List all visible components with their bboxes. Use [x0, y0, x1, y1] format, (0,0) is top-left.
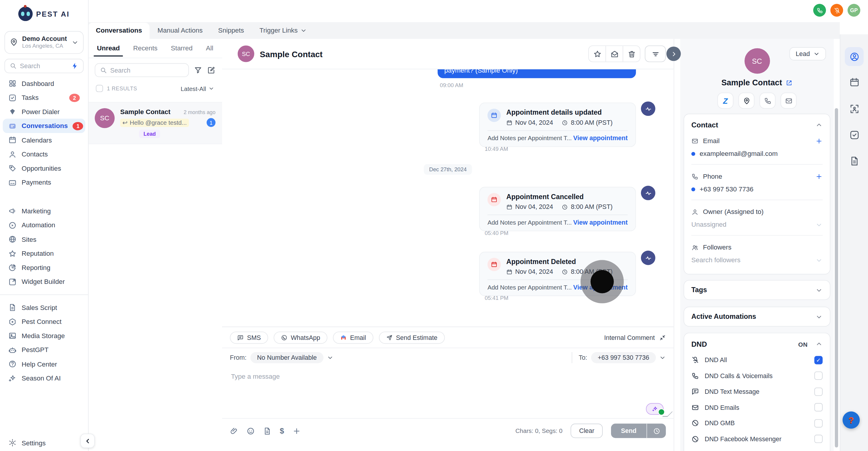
- collapse-section-button[interactable]: [815, 340, 823, 347]
- internal-comment-toggle[interactable]: Internal Comment: [604, 334, 666, 341]
- emoji-button[interactable]: [247, 427, 255, 435]
- clear-button[interactable]: Clear: [571, 424, 603, 438]
- channel-email[interactable]: Email: [333, 332, 373, 344]
- help-button[interactable]: ?: [842, 411, 860, 428]
- sidebar-item-calendars[interactable]: Calendars: [3, 133, 85, 147]
- tab-trigger-links[interactable]: Trigger Links: [252, 23, 315, 39]
- sidebar-item-sites[interactable]: Sites: [3, 232, 85, 247]
- notifications-button[interactable]: [830, 4, 843, 17]
- sidebar-item-marketing[interactable]: Marketing: [3, 204, 85, 218]
- dnd-fb-checkbox[interactable]: [814, 435, 823, 443]
- tab-unread[interactable]: Unread: [96, 40, 121, 57]
- sidebar-item-power-dialer[interactable]: Power Dialer: [3, 105, 85, 119]
- expand-section-button[interactable]: [815, 286, 823, 293]
- activity-pulse-icon[interactable]: [641, 101, 655, 116]
- next-conversation-button[interactable]: [666, 47, 681, 61]
- delete-button[interactable]: [623, 46, 640, 61]
- strip-contact-button[interactable]: [845, 47, 864, 66]
- quick-actions-icon[interactable]: [71, 62, 79, 69]
- activity-pulse-icon[interactable]: [641, 186, 655, 200]
- attach-file-button[interactable]: [230, 427, 238, 435]
- user-avatar[interactable]: GP: [847, 4, 860, 17]
- conversation-list-item[interactable]: SC Sample Contact 2 months ago ↩Hello @g…: [88, 102, 222, 144]
- strip-associations-button[interactable]: [845, 99, 864, 118]
- dnd-calls-checkbox[interactable]: [814, 372, 823, 380]
- dnd-all-checkbox[interactable]: [814, 356, 823, 364]
- view-appointment-link[interactable]: View appointment: [573, 219, 628, 225]
- zillow-button[interactable]: Z: [717, 92, 733, 109]
- filter-funnel-icon[interactable]: [194, 66, 202, 74]
- add-more-button[interactable]: [292, 427, 301, 435]
- dnd-gmb-checkbox[interactable]: [814, 419, 823, 427]
- expand-section-button[interactable]: [815, 313, 823, 320]
- sidebar-item-automation[interactable]: Automation: [3, 218, 85, 232]
- play-circle-icon: [8, 221, 17, 229]
- strip-calendar-button[interactable]: [845, 73, 864, 91]
- dnd-text-checkbox[interactable]: [814, 387, 823, 396]
- sidebar-item-help-center[interactable]: Help Center: [3, 357, 85, 371]
- payment-request-button[interactable]: $: [280, 427, 284, 435]
- select-all-checkbox[interactable]: [96, 85, 103, 92]
- open-contact-icon[interactable]: [785, 79, 793, 86]
- followers-select[interactable]: Search followers: [691, 256, 823, 264]
- collapse-section-button[interactable]: [815, 121, 823, 129]
- phone-value[interactable]: +63 997 530 7736: [700, 185, 753, 193]
- location-button[interactable]: [738, 92, 754, 109]
- sidebar-item-pestgpt[interactable]: PestGPT: [3, 343, 85, 357]
- sort-dropdown[interactable]: Latest-All: [181, 85, 214, 91]
- message-filter-button[interactable]: [645, 45, 666, 62]
- sidebar-item-reporting[interactable]: Reporting: [3, 260, 85, 275]
- vertical-scrollbar[interactable]: [835, 108, 838, 447]
- sidebar-item-tasks[interactable]: Tasks2: [3, 91, 85, 105]
- sidebar-item-dashboard[interactable]: Dashboard: [3, 77, 85, 91]
- tab-conversations[interactable]: Conversations: [88, 23, 150, 39]
- email-button[interactable]: [781, 92, 797, 109]
- from-number-select[interactable]: No Number Available: [250, 352, 323, 363]
- template-button[interactable]: [263, 427, 272, 435]
- sidebar-item-payments[interactable]: Payments: [3, 175, 85, 190]
- activity-pulse-icon[interactable]: [641, 251, 655, 265]
- star-button[interactable]: [589, 46, 606, 61]
- tab-manual-actions[interactable]: Manual Actions: [150, 23, 211, 39]
- strip-notes-button[interactable]: [845, 151, 864, 170]
- dialer-button[interactable]: [813, 4, 826, 17]
- stage-dropdown[interactable]: Lead: [789, 47, 826, 60]
- view-appointment-link[interactable]: View appointment: [573, 135, 628, 141]
- account-switcher[interactable]: Demo Account Los Angeles, CA: [4, 31, 84, 54]
- sidebar-item-season-of-ai[interactable]: Season Of AI: [3, 371, 85, 386]
- primary-dot: [691, 187, 695, 191]
- add-phone-button[interactable]: [815, 173, 823, 180]
- sidebar-item-pest-connect[interactable]: Pest Connect: [3, 315, 85, 329]
- sidebar-item-opportunities[interactable]: Opportunities: [3, 161, 85, 175]
- sidebar-item-reputation[interactable]: Reputation: [3, 247, 85, 261]
- send-button[interactable]: Send: [611, 424, 647, 438]
- channel-whatsapp[interactable]: WhatsApp: [274, 332, 328, 344]
- sidebar-collapse-button[interactable]: [80, 433, 95, 448]
- to-number-select[interactable]: +63 997 530 7736: [591, 352, 656, 363]
- conversation-search[interactable]: Search: [95, 63, 189, 77]
- call-button[interactable]: [760, 92, 775, 109]
- sidebar-item-settings[interactable]: Settings: [0, 439, 88, 447]
- compose-icon[interactable]: [207, 66, 216, 74]
- tab-all[interactable]: All: [205, 40, 214, 57]
- strip-tasks-button[interactable]: [845, 125, 864, 144]
- sidebar-item-contacts[interactable]: Contacts: [3, 147, 85, 162]
- ai-assist-button[interactable]: [646, 403, 664, 415]
- sidebar-item-widget-builder[interactable]: Widget Builder: [3, 275, 85, 289]
- channel-send-estimate[interactable]: Send Estimate: [379, 332, 444, 344]
- channel-sms[interactable]: SMS: [230, 332, 268, 344]
- mark-read-button[interactable]: [606, 46, 623, 61]
- tab-starred[interactable]: Starred: [169, 40, 194, 57]
- sidebar-item-media-storage[interactable]: Media Storage: [3, 329, 85, 343]
- tab-recents[interactable]: Recents: [132, 40, 159, 57]
- schedule-send-button[interactable]: [647, 424, 666, 438]
- email-value[interactable]: exampleemail@gmail.com: [700, 150, 778, 157]
- sidebar-search[interactable]: Search: [4, 59, 84, 73]
- tab-snippets[interactable]: Snippets: [211, 23, 252, 39]
- sidebar-item-conversations[interactable]: Conversations1: [3, 119, 85, 133]
- sidebar-item-sales-script[interactable]: Sales Script: [3, 301, 85, 315]
- dnd-emails-checkbox[interactable]: [814, 403, 823, 411]
- owner-select[interactable]: Unassigned: [691, 221, 823, 228]
- add-email-button[interactable]: [815, 137, 823, 144]
- message-input[interactable]: [222, 367, 674, 418]
